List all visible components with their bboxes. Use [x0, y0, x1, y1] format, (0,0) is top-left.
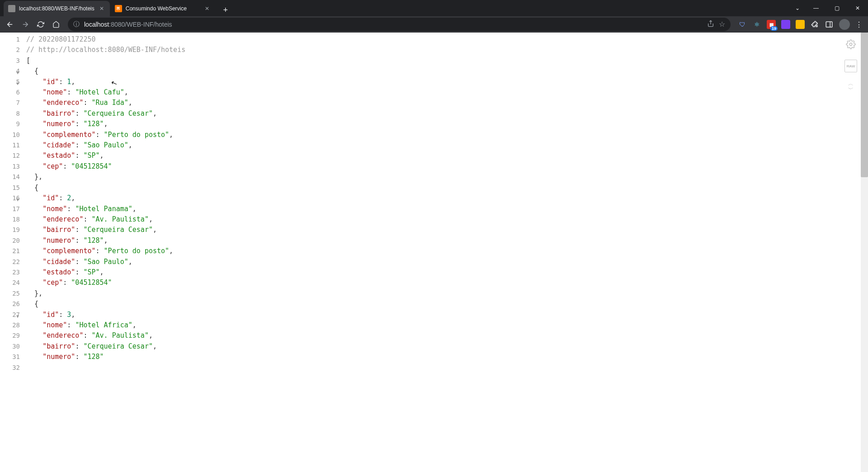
address-bar[interactable]: ⓘ localhost:8080/WEB-INF/hoteis ☆ — [68, 18, 731, 31]
code-line: [ — [26, 56, 868, 66]
close-icon[interactable]: ✕ — [98, 5, 105, 12]
code-line: "numero": "128", — [26, 236, 868, 246]
ext-icon-shield[interactable]: 🛡 — [738, 20, 747, 29]
gear-icon[interactable] — [844, 38, 857, 51]
line-number: 8 — [0, 109, 20, 119]
ext-icon-yellow[interactable] — [796, 20, 805, 29]
code-line: }, — [26, 288, 868, 299]
line-number-gutter: 1234▼5▼678910111213141516▼17181920212223… — [0, 33, 24, 472]
code-line: "endereco": "Rua Ida", — [26, 98, 868, 108]
line-number: 12 — [0, 151, 20, 161]
forward-button[interactable] — [19, 18, 32, 31]
minimize-icon[interactable]: — — [806, 0, 826, 16]
favicon-xampp: ਲ — [115, 5, 122, 12]
share-icon[interactable] — [707, 20, 714, 29]
line-number: 14 — [0, 172, 20, 182]
chevron-down-icon[interactable]: ﹀ — [848, 87, 854, 91]
raw-toggle-button[interactable]: RAW — [844, 60, 857, 72]
vertical-scrollbar[interactable] — [861, 33, 868, 472]
page-content: 1234▼5▼678910111213141516▼17181920212223… — [0, 33, 868, 472]
line-number: 4▼ — [0, 66, 20, 76]
code-line: // 20220801172250 — [26, 34, 868, 45]
address-actions: ☆ — [707, 20, 725, 29]
tab-title-1: localhost:8080/WEB-INF/hoteis — [19, 5, 94, 12]
line-number: 16▼ — [0, 193, 20, 203]
line-number: 7 — [0, 98, 20, 108]
code-line: { — [26, 183, 868, 193]
code-line: // http://localhost:8080/WEB-INF/hoteis — [26, 45, 868, 55]
line-number: 5▼ — [0, 77, 20, 87]
code-line: "cep": "04512854" — [26, 161, 868, 172]
line-number: 1 — [0, 34, 20, 45]
code-line: "cidade": "Sao Paulo", — [26, 257, 868, 267]
line-number: 9 — [0, 119, 20, 129]
code-line: { — [26, 299, 868, 309]
code-line: }, — [26, 172, 868, 182]
extensions-puzzle-icon[interactable] — [810, 20, 819, 29]
ext-icon-purple[interactable] — [781, 20, 790, 29]
close-icon[interactable]: ✕ — [203, 5, 211, 12]
side-panel-icon[interactable] — [825, 20, 834, 29]
tab-consumindo[interactable]: ਲ Consumindo WebService ✕ — [110, 1, 215, 16]
line-number: 18 — [0, 214, 20, 225]
line-number: 24 — [0, 278, 20, 288]
code-line: "bairro": "Cerqueira Cesar", — [26, 109, 868, 119]
json-viewer[interactable]: // 20220801172250// http://localhost:808… — [24, 33, 868, 472]
ext-icon-grid[interactable]: ▦ 19 — [767, 20, 776, 29]
favicon-localhost — [8, 5, 15, 12]
tab-title-2: Consumindo WebService — [126, 5, 200, 12]
title-bar: localhost:8080/WEB-INF/hoteis ✕ ਲ Consum… — [0, 0, 868, 16]
extensions-area: 🛡 ⚛ ▦ 19 ⋮ — [736, 19, 864, 30]
code-line: "numero": "128", — [26, 119, 868, 129]
code-line: "nome": "Hotel Panama", — [26, 204, 868, 214]
chevron-up-icon[interactable]: ︿ — [848, 81, 854, 86]
line-number: 22 — [0, 257, 20, 267]
line-number: 6 — [0, 87, 20, 98]
tabs-area: localhost:8080/WEB-INF/hoteis ✕ ਲ Consum… — [0, 0, 232, 16]
tab-search-dropdown-icon[interactable]: ⌄ — [789, 0, 806, 16]
url-text: localhost:8080/WEB-INF/hoteis — [84, 21, 172, 28]
line-number: 11 — [0, 140, 20, 151]
code-line: "endereco": "Av. Paulista", — [26, 214, 868, 225]
line-number: 3 — [0, 56, 20, 66]
bookmark-icon[interactable]: ☆ — [719, 20, 725, 29]
maximize-icon[interactable]: ▢ — [826, 0, 847, 16]
profile-avatar[interactable] — [839, 19, 850, 30]
code-line: { — [26, 66, 868, 76]
code-line: "estado": "SP", — [26, 151, 868, 161]
menu-icon[interactable]: ⋮ — [855, 20, 863, 29]
line-number: 28 — [0, 320, 20, 330]
ext-icon-react[interactable]: ⚛ — [752, 20, 761, 29]
code-line: "endereco": "Av. Paulista", — [26, 330, 868, 341]
code-line: "complemento": "Perto do posto", — [26, 130, 868, 140]
svg-point-2 — [849, 43, 852, 46]
window-controls: ⌄ — ▢ ✕ — [789, 0, 868, 16]
tab-localhost[interactable]: localhost:8080/WEB-INF/hoteis ✕ — [4, 1, 110, 16]
code-line: "estado": "SP", — [26, 267, 868, 278]
code-line: "nome": "Hotel Cafu", — [26, 87, 868, 98]
reload-button[interactable] — [34, 18, 47, 31]
new-tab-button[interactable]: + — [219, 4, 232, 16]
line-number: 30 — [0, 341, 20, 352]
line-number: 19 — [0, 225, 20, 235]
scrollbar-thumb[interactable] — [861, 33, 868, 177]
line-number: 21 — [0, 246, 20, 256]
line-number: 31 — [0, 352, 20, 362]
line-number: 32 — [0, 363, 20, 373]
back-button[interactable] — [4, 18, 16, 31]
line-number: 23 — [0, 267, 20, 278]
ext-badge: 19 — [770, 26, 778, 31]
line-number: 17 — [0, 204, 20, 214]
code-line: "nome": "Hotel Africa", — [26, 320, 868, 330]
info-icon[interactable]: ⓘ — [73, 20, 80, 28]
code-line: "complemento": "Perto do posto", — [26, 246, 868, 256]
line-number: 13 — [0, 161, 20, 172]
code-line: "id": 2, — [26, 193, 868, 203]
code-line: "numero": "128" — [26, 352, 868, 362]
line-number: 10 — [0, 130, 20, 140]
home-button[interactable] — [50, 18, 62, 31]
collapse-expand-arrows[interactable]: ︿ ﹀ — [848, 81, 854, 91]
line-number: 27▼ — [0, 310, 20, 320]
line-number: 29 — [0, 330, 20, 341]
close-window-icon[interactable]: ✕ — [847, 0, 868, 16]
